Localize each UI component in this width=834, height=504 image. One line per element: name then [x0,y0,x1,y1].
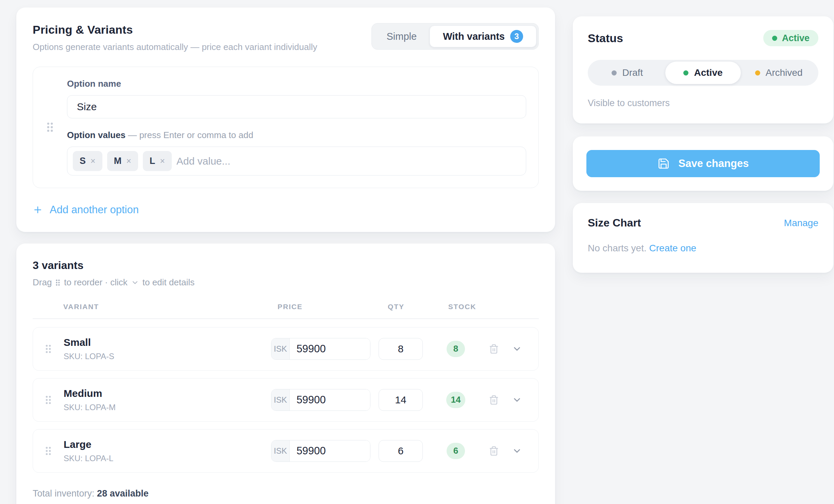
delete-variant-button[interactable] [486,443,502,459]
table-header-divider [33,318,539,319]
add-another-option-label: Add another option [50,204,139,216]
option-block: Option name Option values — press Enter … [33,67,539,188]
trash-icon [489,344,499,354]
draft-dot-icon [612,70,617,75]
stock-cell: 14 [437,392,474,408]
pricing-subtitle: Options generate variants automatically … [33,42,317,52]
remove-value-icon[interactable]: × [90,157,96,165]
variant-name: Small [64,337,271,348]
active-dot-icon [683,70,688,75]
mode-toggle: Simple With variants 3 [371,23,539,50]
trash-icon [489,446,499,456]
variant-rows: Small SKU: LOPA-S ISK 8 [33,327,539,473]
chevron-down-icon [512,395,522,405]
save-card: Save changes [573,136,833,191]
mode-simple-label: Simple [387,31,417,42]
save-changes-label: Save changes [679,157,749,170]
stock-badge: 14 [446,392,466,408]
size-chart-empty-text: No charts yet. [588,243,647,253]
drag-handle-icon[interactable] [45,395,52,405]
add-value-input[interactable] [177,155,520,167]
side-column: Status Active Draft Active Archived [573,7,833,273]
status-option-draft[interactable]: Draft [589,62,665,84]
variant-row: Small SKU: LOPA-S ISK 8 [33,327,539,371]
chevron-down-icon [512,446,522,456]
price-field: ISK [271,440,370,462]
status-helper-text: Visible to customers [588,98,818,108]
variant-name: Large [64,439,271,450]
expand-variant-button[interactable] [509,341,525,357]
delete-variant-button[interactable] [486,392,502,408]
status-option-label: Draft [622,67,643,78]
variant-name-block: Large SKU: LOPA-L [64,439,271,463]
remove-value-icon[interactable]: × [126,157,131,165]
remove-value-icon[interactable]: × [160,157,165,165]
column-header-stock: STOCK [444,303,481,311]
delete-variant-button[interactable] [486,341,502,357]
column-header-variant: VARIANT [63,303,278,311]
status-option-archived[interactable]: Archived [741,62,817,84]
currency-prefix: ISK [271,338,290,359]
row-handle-col [33,395,64,405]
pricing-variants-card: Pricing & Variants Options generate vari… [16,7,555,232]
save-changes-button[interactable]: Save changes [586,150,820,177]
row-handle-col [33,344,64,354]
column-header-qty: QTY [385,303,429,311]
option-values-label: Option values [67,130,126,140]
status-option-label: Archived [766,67,803,78]
status-dot-icon [772,36,777,41]
expand-variant-button[interactable] [509,392,525,408]
value-chip: M × [107,151,138,171]
drag-handle-icon[interactable] [46,121,54,133]
qty-input[interactable] [379,389,423,411]
value-chip-label: M [114,156,122,166]
column-header-price: PRICE [278,303,377,311]
pricing-title: Pricing & Variants [33,23,317,36]
size-chart-card: Size Chart Manage No charts yet. Create … [573,203,833,273]
mode-simple-button[interactable]: Simple [374,26,430,47]
pricing-header: Pricing & Variants Options generate vari… [33,23,539,52]
variant-row: Medium SKU: LOPA-M ISK 14 [33,378,539,422]
status-option-active[interactable]: Active [665,62,741,84]
status-active-badge: Active [763,30,818,46]
price-input[interactable] [290,440,370,461]
status-option-label: Active [694,67,722,78]
chevron-down-icon [131,279,139,287]
expand-variant-button[interactable] [509,443,525,459]
status-header: Status Active [588,30,818,46]
variants-hint-text: to reorder · click [64,277,127,288]
variant-count-badge: 3 [510,30,523,43]
option-values-field: S × M × L × [67,147,526,175]
qty-input[interactable] [379,338,423,360]
manage-size-charts-link[interactable]: Manage [784,218,818,229]
variant-row: Large SKU: LOPA-L ISK 6 [33,429,539,473]
total-inventory: Total inventory: 28 available [33,486,539,499]
value-chip-label: S [80,156,86,166]
variant-name: Medium [64,388,271,399]
trash-icon [489,395,499,405]
plus-icon [33,205,43,215]
variants-hint-text: Drag [33,277,52,288]
drag-handle-icon [55,279,61,286]
drag-handle-icon[interactable] [45,446,52,456]
size-chart-title: Size Chart [588,217,641,229]
chevron-down-icon [512,344,522,354]
size-chart-header: Size Chart Manage [588,217,818,229]
mode-with-variants-button[interactable]: With variants 3 [430,26,536,47]
price-input[interactable] [290,389,370,410]
variant-sku: SKU: LOPA-L [64,454,271,463]
variants-title: 3 variants [33,259,539,272]
status-card: Status Active Draft Active Archived [573,16,833,123]
variant-name-block: Small SKU: LOPA-S [64,337,271,361]
value-chip: L × [143,151,172,171]
add-another-option-button[interactable]: Add another option [33,204,139,216]
price-input[interactable] [290,338,370,359]
option-handle-col [33,79,67,175]
drag-handle-icon[interactable] [45,344,52,354]
status-segmented-control: Draft Active Archived [588,60,818,86]
size-chart-empty-state: No charts yet. Create one [588,243,818,254]
option-name-input[interactable] [67,95,526,118]
mode-with-variants-label: With variants [443,31,505,42]
create-size-chart-link[interactable]: Create one [649,243,697,254]
qty-input[interactable] [379,440,423,462]
